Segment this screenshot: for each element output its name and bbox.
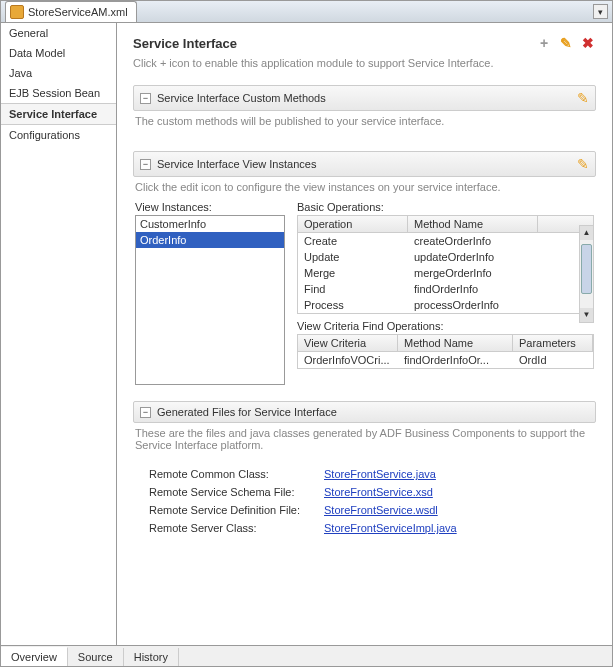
section-title: Service Interface View Instances: [157, 158, 571, 170]
cell-operation: Find: [298, 281, 408, 297]
footer-tab[interactable]: Overview: [1, 647, 68, 666]
collapse-toggle-icon[interactable]: −: [140, 407, 151, 418]
cell-view-criteria: OrderInfoVOCri...: [298, 352, 398, 368]
list-item[interactable]: CustomerInfo: [136, 216, 284, 232]
scroll-up-icon[interactable]: ▲: [580, 226, 593, 240]
table-row[interactable]: FindfindOrderInfo: [298, 281, 593, 297]
footer-tab[interactable]: Source: [68, 648, 124, 666]
minimize-button[interactable]: ▾: [593, 4, 608, 19]
section-edit-icon[interactable]: ✎: [577, 90, 589, 106]
page-subtitle: Click + icon to enable this application …: [133, 57, 596, 69]
section-title: Service Interface Custom Methods: [157, 92, 571, 104]
gen-label: Remote Service Schema File:: [149, 486, 324, 498]
view-instances-listbox[interactable]: CustomerInfoOrderInfo: [135, 215, 285, 385]
add-icon[interactable]: +: [536, 35, 552, 51]
scroll-down-icon[interactable]: ▼: [580, 308, 593, 322]
col-method-name[interactable]: Method Name: [398, 335, 513, 351]
col-operation[interactable]: Operation: [298, 216, 408, 232]
delete-icon[interactable]: ✖: [580, 35, 596, 51]
cell-method-name: updateOrderInfo: [408, 249, 538, 265]
basic-operations-grid: Operation Method Name CreatecreateOrderI…: [297, 215, 594, 314]
cell-parameters: OrdId: [513, 352, 593, 368]
generated-file-row: Remote Common Class:StoreFrontService.ja…: [149, 465, 580, 483]
cell-method-name: processOrderInfo: [408, 297, 538, 313]
table-row[interactable]: ProcessprocessOrderInfo: [298, 297, 593, 313]
section-edit-icon[interactable]: ✎: [577, 156, 589, 172]
gen-link[interactable]: StoreFrontService.java: [324, 468, 436, 480]
cell-operation: Merge: [298, 265, 408, 281]
table-row[interactable]: UpdateupdateOrderInfo: [298, 249, 593, 265]
edit-icon[interactable]: ✎: [558, 35, 574, 51]
cell-method-name: findOrderInfo: [408, 281, 538, 297]
gen-label: Remote Service Definition File:: [149, 504, 324, 516]
gen-label: Remote Common Class:: [149, 468, 324, 480]
section-generated-files: − Generated Files for Service Interface …: [133, 401, 596, 543]
section-view-instances: − Service Interface View Instances ✎ Cli…: [133, 151, 596, 385]
gen-link[interactable]: StoreFrontService.xsd: [324, 486, 433, 498]
footer-tabs: OverviewSourceHistory: [1, 645, 612, 667]
list-item[interactable]: OrderInfo: [136, 232, 284, 248]
collapse-toggle-icon[interactable]: −: [140, 159, 151, 170]
criteria-label: View Criteria Find Operations:: [297, 320, 594, 332]
generated-file-row: Remote Service Schema File:StoreFrontSer…: [149, 483, 580, 501]
sidebar-item[interactable]: General: [1, 23, 116, 43]
footer-tab[interactable]: History: [124, 648, 179, 666]
sidebar-item[interactable]: Service Interface: [1, 103, 116, 125]
section-custom-methods: − Service Interface Custom Methods ✎ The…: [133, 85, 596, 135]
cell-method-name: mergeOrderInfo: [408, 265, 538, 281]
basic-operations-label: Basic Operations:: [297, 201, 594, 213]
col-parameters[interactable]: Parameters: [513, 335, 593, 351]
criteria-grid: View Criteria Method Name Parameters Ord…: [297, 334, 594, 369]
section-title: Generated Files for Service Interface: [157, 406, 589, 418]
file-tab[interactable]: StoreServiceAM.xml: [5, 1, 137, 22]
view-instances-label: View Instances:: [135, 201, 285, 213]
table-row[interactable]: OrderInfoVOCri...findOrderInfoOr...OrdId: [298, 352, 593, 368]
sidebar-item[interactable]: EJB Session Bean: [1, 83, 116, 103]
sidebar-item[interactable]: Java: [1, 63, 116, 83]
section-desc: Click the edit icon to configure the vie…: [133, 177, 596, 201]
cell-operation: Create: [298, 233, 408, 249]
vertical-scrollbar[interactable]: ▲ ▼: [579, 225, 594, 323]
gen-link[interactable]: StoreFrontService.wsdl: [324, 504, 438, 516]
sidebar-item[interactable]: Data Model: [1, 43, 116, 63]
section-desc: The custom methods will be published to …: [133, 111, 596, 135]
col-method-name[interactable]: Method Name: [408, 216, 538, 232]
collapse-toggle-icon[interactable]: −: [140, 93, 151, 104]
gen-label: Remote Server Class:: [149, 522, 324, 534]
generated-file-row: Remote Server Class:StoreFrontServiceImp…: [149, 519, 580, 537]
cell-method-name: findOrderInfoOr...: [398, 352, 513, 368]
file-tab-label: StoreServiceAM.xml: [28, 6, 128, 18]
table-row[interactable]: CreatecreateOrderInfo: [298, 233, 593, 249]
cell-operation: Update: [298, 249, 408, 265]
xml-file-icon: [10, 5, 24, 19]
col-view-criteria[interactable]: View Criteria: [298, 335, 398, 351]
gen-link[interactable]: StoreFrontServiceImpl.java: [324, 522, 457, 534]
scroll-thumb[interactable]: [581, 244, 592, 294]
page-title: Service Interface: [133, 36, 237, 51]
cell-method-name: createOrderInfo: [408, 233, 538, 249]
sidebar: GeneralData ModelJavaEJB Session BeanSer…: [1, 23, 117, 645]
generated-file-row: Remote Service Definition File:StoreFron…: [149, 501, 580, 519]
cell-operation: Process: [298, 297, 408, 313]
section-desc: These are the files and java classes gen…: [133, 423, 596, 459]
content-area: Service Interface + ✎ ✖ Click + icon to …: [117, 23, 612, 645]
editor-tab-bar: StoreServiceAM.xml ▾: [1, 1, 612, 23]
table-row[interactable]: MergemergeOrderInfo: [298, 265, 593, 281]
sidebar-item[interactable]: Configurations: [1, 125, 116, 145]
